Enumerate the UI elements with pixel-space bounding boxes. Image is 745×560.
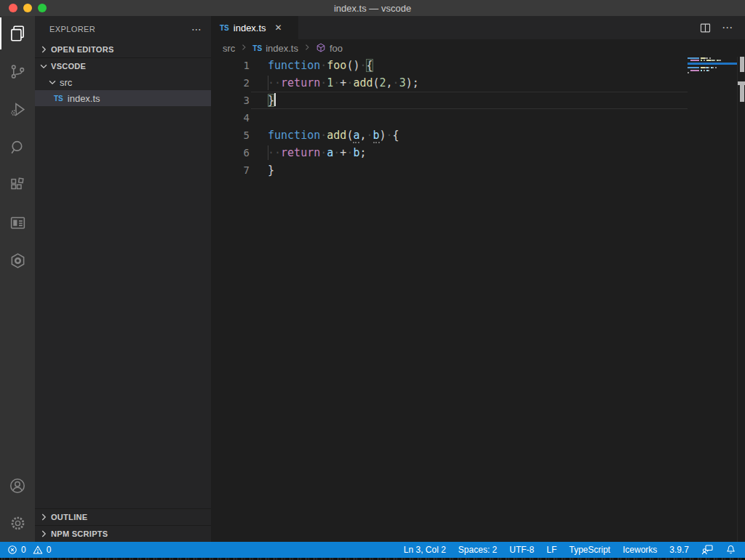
title-bar: index.ts — vscode: [0, 0, 745, 16]
accounts-icon[interactable]: [0, 468, 35, 503]
language-mode-status[interactable]: TypeScript: [569, 545, 610, 555]
extensions-icon[interactable]: [0, 167, 35, 202]
breadcrumb-label: src: [223, 43, 235, 54]
section-label: NPM SCRIPTS: [51, 529, 108, 538]
run-and-debug-icon[interactable]: [0, 92, 35, 127]
iceworks-pages-icon[interactable]: [0, 205, 35, 240]
symbol-function-icon: [316, 43, 326, 53]
settings-gear-icon[interactable]: [0, 505, 35, 540]
code-line[interactable]: 4: [211, 109, 745, 127]
minimap[interactable]: [688, 57, 737, 144]
eol-status[interactable]: LF: [546, 545, 557, 555]
overview-ruler[interactable]: [737, 57, 745, 542]
explorer-icon[interactable]: [0, 16, 35, 51]
breadcrumb-label: index.ts: [266, 43, 298, 54]
code-token: add: [327, 129, 346, 142]
close-window-button[interactable]: [9, 4, 17, 12]
minimap-line: [688, 63, 737, 64]
vscode-window: index.ts — vscode: [0, 0, 745, 560]
notifications-bell-icon[interactable]: [725, 545, 736, 556]
iceworks-status[interactable]: Iceworks: [623, 545, 657, 555]
code-line[interactable]: 5function·add(a,·b)·{: [211, 127, 745, 144]
minimap-token: [690, 70, 699, 71]
breadcrumb-item-index-ts[interactable]: TS index.ts: [252, 43, 298, 54]
iceworks-icon[interactable]: [0, 243, 35, 278]
code-token: function: [268, 59, 320, 72]
code-line[interactable]: 2··return·1·+·add(2,·3);: [211, 74, 745, 92]
tree-item-index-ts[interactable]: TS index.ts: [35, 90, 211, 106]
code-token: ·: [366, 129, 372, 142]
code-token: b: [373, 129, 380, 143]
section-workspace-vscode[interactable]: VSCODE: [35, 58, 211, 74]
code-token: 2: [380, 76, 386, 89]
indentation-status[interactable]: Spaces: 2: [458, 545, 497, 555]
activity-bar: [0, 16, 35, 542]
section-npm-scripts[interactable]: NPM SCRIPTS: [35, 526, 211, 542]
code-editor[interactable]: 1function·foo()·{2··return·1·+·add(2,·3)…: [211, 57, 745, 542]
code-token: {: [393, 129, 399, 142]
code-token: ·: [386, 129, 393, 142]
source-control-icon[interactable]: [0, 54, 35, 89]
chevron-right-icon: [239, 43, 248, 54]
typescript-file-icon: TS: [252, 44, 262, 52]
code-token: ·: [320, 76, 327, 89]
section-label: OPEN EDITORS: [51, 45, 114, 54]
code-token: ·: [320, 146, 327, 159]
minimap-line: [688, 57, 737, 59]
minimap-line: [688, 60, 737, 61]
minimap-token: [709, 57, 711, 59]
more-actions-icon[interactable]: ⋯: [722, 21, 733, 34]
breadcrumb-item-foo[interactable]: foo: [316, 43, 343, 54]
sidebar-bottom-sections: OUTLINE NPM SCRIPTS: [35, 508, 211, 542]
sidebar-more-actions-icon[interactable]: ⋯: [191, 23, 202, 35]
section-outline[interactable]: OUTLINE: [35, 509, 211, 525]
text-cursor: [274, 93, 276, 106]
minimap-line: [688, 67, 737, 68]
minimap-line: [688, 65, 737, 66]
minimap-token: [688, 72, 689, 73]
breadcrumb-item-src[interactable]: src: [223, 43, 235, 54]
encoding-status[interactable]: UTF-8: [509, 545, 534, 555]
close-tab-icon[interactable]: ✕: [275, 23, 282, 33]
minimap-line: [688, 70, 737, 71]
version-status[interactable]: 3.9.7: [669, 545, 689, 555]
error-count: 0: [21, 545, 26, 555]
search-icon[interactable]: [0, 129, 35, 164]
cursor-position-status[interactable]: Ln 3, Col 2: [404, 545, 446, 555]
code-line-content: function·add(a,·b)·{: [268, 127, 399, 144]
code-line-content: ··return·1·+·add(2,·3);: [268, 74, 419, 92]
line-number[interactable]: 7: [211, 161, 250, 179]
maximize-window-button[interactable]: [38, 4, 47, 12]
line-number[interactable]: 1: [211, 57, 250, 74]
line-number[interactable]: 4: [211, 109, 250, 127]
breadcrumb-label: foo: [330, 43, 343, 54]
line-number[interactable]: 6: [211, 144, 250, 161]
line-number[interactable]: 5: [211, 127, 250, 144]
line-number[interactable]: 2: [211, 74, 250, 92]
error-icon: [7, 545, 17, 555]
overview-ruler-marker: [740, 85, 744, 102]
tab-label: index.ts: [234, 23, 266, 33]
tree-item-src-folder[interactable]: src: [35, 74, 211, 90]
feedback-icon[interactable]: [701, 544, 713, 556]
line-number[interactable]: 3: [211, 92, 250, 109]
code-token: (): [346, 59, 359, 72]
code-token: {: [366, 59, 372, 72]
tree-item-label: src: [60, 77, 72, 88]
warning-icon: [33, 545, 43, 555]
code-line-content: }: [268, 92, 276, 109]
split-editor-icon[interactable]: [699, 22, 712, 34]
tab-index-ts[interactable]: TS index.ts ✕: [211, 16, 298, 39]
code-line[interactable]: 6··return·a·+·b;: [211, 144, 745, 161]
sidebar-title: EXPLORER: [49, 25, 191, 33]
code-line[interactable]: 3}: [211, 92, 745, 109]
problems-status[interactable]: 0 0: [7, 545, 51, 555]
code-line[interactable]: 1function·foo()·{: [211, 57, 745, 74]
code-line-content: function·foo()·{: [268, 57, 373, 74]
minimize-window-button[interactable]: [23, 4, 32, 12]
overview-ruler-marker: [740, 57, 744, 72]
section-open-editors[interactable]: OPEN EDITORS: [35, 41, 211, 57]
code-token: a: [327, 146, 333, 159]
code-token: ·: [393, 76, 399, 89]
code-line[interactable]: 7}: [211, 161, 745, 179]
